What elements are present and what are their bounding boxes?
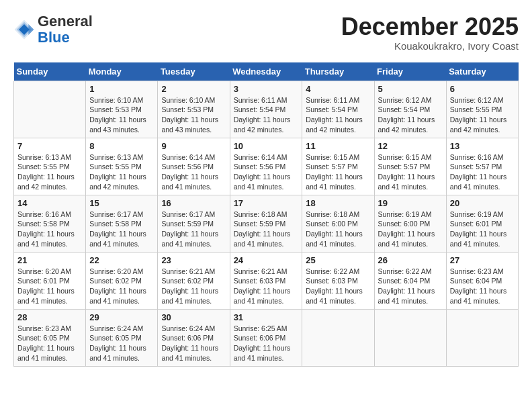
calendar-cell: 26Sunrise: 6:22 AM Sunset: 6:04 PM Dayli…: [374, 252, 446, 309]
calendar-cell: 25Sunrise: 6:22 AM Sunset: 6:03 PM Dayli…: [302, 252, 374, 309]
day-info: Sunrise: 6:20 AM Sunset: 6:01 PM Dayligh…: [17, 267, 82, 306]
calendar-cell: 23Sunrise: 6:21 AM Sunset: 6:02 PM Dayli…: [158, 252, 230, 309]
calendar-cell: 4Sunrise: 6:11 AM Sunset: 5:54 PM Daylig…: [302, 81, 374, 138]
location: Kouakoukrakro, Ivory Coast: [341, 40, 519, 52]
calendar-cell: 1Sunrise: 6:10 AM Sunset: 5:53 PM Daylig…: [86, 81, 158, 138]
day-number: 5: [378, 84, 443, 94]
day-number: 28: [17, 312, 82, 322]
calendar-week-row: 14Sunrise: 6:16 AM Sunset: 5:58 PM Dayli…: [14, 195, 519, 252]
day-number: 6: [450, 84, 515, 94]
day-info: Sunrise: 6:23 AM Sunset: 6:05 PM Dayligh…: [17, 324, 82, 363]
calendar-cell: 7Sunrise: 6:13 AM Sunset: 5:55 PM Daylig…: [14, 138, 86, 195]
day-info: Sunrise: 6:23 AM Sunset: 6:04 PM Dayligh…: [450, 267, 515, 306]
day-info: Sunrise: 6:15 AM Sunset: 5:57 PM Dayligh…: [306, 152, 370, 192]
day-number: 4: [306, 84, 370, 94]
calendar-cell: 14Sunrise: 6:16 AM Sunset: 5:58 PM Dayli…: [14, 195, 86, 252]
logo-general: General: [38, 13, 93, 30]
logo-text: General Blue: [38, 13, 93, 46]
day-number: 10: [234, 141, 299, 151]
calendar-cell: 17Sunrise: 6:18 AM Sunset: 5:59 PM Dayli…: [230, 195, 302, 252]
day-number: 20: [450, 198, 515, 208]
day-number: 13: [450, 141, 515, 151]
day-number: 8: [89, 141, 154, 151]
day-number: 3: [234, 84, 299, 94]
day-number: 30: [161, 312, 226, 322]
day-info: Sunrise: 6:20 AM Sunset: 6:02 PM Dayligh…: [89, 267, 154, 306]
day-number: 24: [234, 255, 299, 265]
calendar-cell: 5Sunrise: 6:12 AM Sunset: 5:54 PM Daylig…: [374, 81, 446, 138]
calendar-week-row: 28Sunrise: 6:23 AM Sunset: 6:05 PM Dayli…: [14, 309, 519, 366]
calendar-cell: 12Sunrise: 6:15 AM Sunset: 5:57 PM Dayli…: [374, 138, 446, 195]
calendar-cell: 11Sunrise: 6:15 AM Sunset: 5:57 PM Dayli…: [302, 138, 374, 195]
calendar-cell: [374, 309, 446, 366]
day-info: Sunrise: 6:14 AM Sunset: 5:56 PM Dayligh…: [161, 152, 226, 192]
day-info: Sunrise: 6:21 AM Sunset: 6:02 PM Dayligh…: [161, 267, 226, 306]
day-info: Sunrise: 6:13 AM Sunset: 5:55 PM Dayligh…: [89, 152, 154, 192]
calendar-cell: [446, 309, 518, 366]
weekday-header: Wednesday: [230, 62, 302, 81]
month-title: December 2025: [341, 13, 519, 40]
day-info: Sunrise: 6:21 AM Sunset: 6:03 PM Dayligh…: [234, 267, 299, 306]
day-info: Sunrise: 6:12 AM Sunset: 5:55 PM Dayligh…: [450, 95, 515, 135]
day-info: Sunrise: 6:11 AM Sunset: 5:54 PM Dayligh…: [306, 95, 370, 135]
day-info: Sunrise: 6:10 AM Sunset: 5:53 PM Dayligh…: [161, 95, 226, 135]
day-number: 19: [378, 198, 443, 208]
day-number: 29: [89, 312, 154, 322]
day-info: Sunrise: 6:19 AM Sunset: 6:01 PM Dayligh…: [450, 210, 515, 249]
day-info: Sunrise: 6:22 AM Sunset: 6:04 PM Dayligh…: [378, 267, 443, 306]
calendar-cell: 6Sunrise: 6:12 AM Sunset: 5:55 PM Daylig…: [446, 81, 518, 138]
weekday-header: Friday: [374, 62, 446, 81]
day-info: Sunrise: 6:15 AM Sunset: 5:57 PM Dayligh…: [378, 152, 443, 192]
calendar-cell: [302, 309, 374, 366]
calendar-cell: 24Sunrise: 6:21 AM Sunset: 6:03 PM Dayli…: [230, 252, 302, 309]
calendar-cell: 29Sunrise: 6:24 AM Sunset: 6:05 PM Dayli…: [86, 309, 158, 366]
day-info: Sunrise: 6:12 AM Sunset: 5:54 PM Dayligh…: [378, 95, 443, 135]
title-block: December 2025 Kouakoukrakro, Ivory Coast: [341, 13, 519, 52]
calendar-cell: 31Sunrise: 6:25 AM Sunset: 6:06 PM Dayli…: [230, 309, 302, 366]
calendar-cell: 21Sunrise: 6:20 AM Sunset: 6:01 PM Dayli…: [14, 252, 86, 309]
page-header: General Blue December 2025 Kouakoukrakro…: [13, 13, 519, 52]
day-number: 17: [234, 198, 299, 208]
day-number: 11: [306, 141, 370, 151]
day-info: Sunrise: 6:25 AM Sunset: 6:06 PM Dayligh…: [234, 324, 299, 363]
day-info: Sunrise: 6:11 AM Sunset: 5:54 PM Dayligh…: [234, 95, 299, 135]
logo-blue: Blue: [38, 29, 70, 46]
logo: General Blue: [13, 13, 93, 46]
day-number: 27: [450, 255, 515, 265]
calendar-cell: 13Sunrise: 6:16 AM Sunset: 5:57 PM Dayli…: [446, 138, 518, 195]
day-info: Sunrise: 6:17 AM Sunset: 5:59 PM Dayligh…: [161, 210, 226, 249]
day-info: Sunrise: 6:13 AM Sunset: 5:55 PM Dayligh…: [17, 152, 82, 192]
weekday-header: Monday: [86, 62, 158, 81]
calendar-cell: 9Sunrise: 6:14 AM Sunset: 5:56 PM Daylig…: [158, 138, 230, 195]
day-number: 15: [89, 198, 154, 208]
svg-marker-3: [28, 24, 34, 35]
day-info: Sunrise: 6:22 AM Sunset: 6:03 PM Dayligh…: [306, 267, 370, 306]
day-info: Sunrise: 6:19 AM Sunset: 6:00 PM Dayligh…: [378, 210, 443, 249]
day-info: Sunrise: 6:16 AM Sunset: 5:58 PM Dayligh…: [17, 210, 82, 249]
day-number: 9: [161, 141, 226, 151]
day-info: Sunrise: 6:14 AM Sunset: 5:56 PM Dayligh…: [234, 152, 299, 192]
day-number: 21: [17, 255, 82, 265]
calendar-cell: 20Sunrise: 6:19 AM Sunset: 6:01 PM Dayli…: [446, 195, 518, 252]
day-number: 14: [17, 198, 82, 208]
calendar-cell: 18Sunrise: 6:18 AM Sunset: 6:00 PM Dayli…: [302, 195, 374, 252]
day-number: 12: [378, 141, 443, 151]
day-info: Sunrise: 6:16 AM Sunset: 5:57 PM Dayligh…: [450, 152, 515, 192]
day-info: Sunrise: 6:24 AM Sunset: 6:06 PM Dayligh…: [161, 324, 226, 363]
logo-icon: [13, 19, 35, 40]
calendar-cell: 10Sunrise: 6:14 AM Sunset: 5:56 PM Dayli…: [230, 138, 302, 195]
day-number: 1: [89, 84, 154, 94]
day-number: 26: [378, 255, 443, 265]
calendar-cell: 27Sunrise: 6:23 AM Sunset: 6:04 PM Dayli…: [446, 252, 518, 309]
weekday-header: Tuesday: [158, 62, 230, 81]
day-info: Sunrise: 6:24 AM Sunset: 6:05 PM Dayligh…: [89, 324, 154, 363]
calendar-cell: 28Sunrise: 6:23 AM Sunset: 6:05 PM Dayli…: [14, 309, 86, 366]
day-info: Sunrise: 6:18 AM Sunset: 5:59 PM Dayligh…: [234, 210, 299, 249]
calendar-week-row: 21Sunrise: 6:20 AM Sunset: 6:01 PM Dayli…: [14, 252, 519, 309]
day-info: Sunrise: 6:18 AM Sunset: 6:00 PM Dayligh…: [306, 210, 370, 249]
calendar-cell: [14, 81, 86, 138]
day-number: 16: [161, 198, 226, 208]
day-number: 7: [17, 141, 82, 151]
day-number: 31: [234, 312, 299, 322]
calendar-cell: 16Sunrise: 6:17 AM Sunset: 5:59 PM Dayli…: [158, 195, 230, 252]
